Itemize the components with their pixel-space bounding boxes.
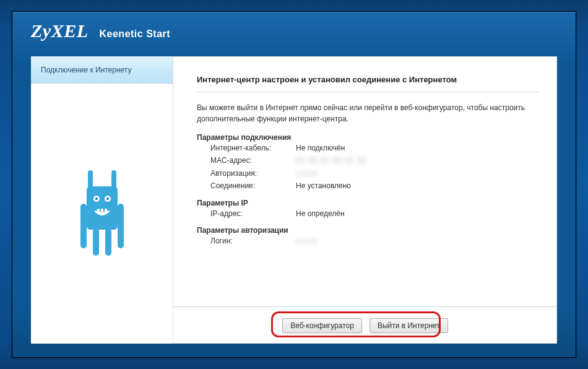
label-cable: Интернет-кабель:	[197, 142, 296, 154]
web-configurator-button[interactable]: Веб-конфигуратор	[282, 318, 362, 333]
svg-rect-9	[97, 209, 100, 212]
value-mac: 00 00 00 00 00 00	[296, 154, 366, 167]
value-cable: Не подключён	[296, 142, 345, 154]
svg-rect-1	[88, 170, 93, 189]
svg-rect-0	[87, 186, 118, 230]
model-name: Keenetic Start	[100, 28, 171, 40]
svg-rect-5	[93, 228, 99, 256]
svg-point-13	[106, 198, 108, 200]
row-auth: Авторизация: xxxxx	[197, 167, 538, 180]
divider	[197, 92, 538, 92]
mascot-icon	[76, 170, 129, 257]
value-auth: xxxxx	[296, 167, 318, 180]
sidebar: Подключение к Интернету	[31, 56, 173, 344]
main-card: Подключение к Интернету	[31, 56, 557, 344]
label-mac: MAC-адрес:	[197, 154, 296, 167]
label-auth: Авторизация:	[197, 167, 296, 180]
section-authz-title: Параметры авторизации	[197, 226, 538, 235]
content-area: Интернет-центр настроен и установил соед…	[173, 56, 557, 344]
row-conn: Соединение: Не установлено	[197, 180, 538, 192]
svg-rect-10	[101, 209, 103, 212]
label-conn: Соединение:	[197, 180, 296, 192]
value-conn: Не установлено	[296, 180, 351, 192]
row-login: Логин: xxxxx	[197, 235, 538, 247]
svg-rect-4	[118, 204, 124, 248]
tab-internet-connection[interactable]: Подключение к Интернету	[31, 56, 173, 84]
row-cable: Интернет-кабель: Не подключён	[197, 142, 538, 154]
row-ip: IP-адрес: Не определён	[197, 207, 538, 220]
header: ZyXEL Keenetic Start	[12, 12, 576, 49]
section-connection-title: Параметры подключения	[197, 133, 538, 142]
app-window: ZyXEL Keenetic Start Подключение к Интер…	[12, 11, 576, 358]
go-online-button[interactable]: Выйти в Интернет	[370, 318, 448, 333]
page-title: Интернет-центр настроен и установил соед…	[197, 75, 538, 84]
label-ip: IP-адрес:	[197, 207, 296, 220]
svg-rect-2	[111, 170, 116, 189]
svg-rect-6	[105, 228, 111, 256]
svg-rect-3	[80, 204, 87, 248]
value-login: xxxxx	[296, 235, 318, 247]
svg-point-12	[95, 198, 97, 200]
row-mac: MAC-адрес: 00 00 00 00 00 00	[197, 154, 538, 167]
brand-logo: ZyXEL	[31, 20, 89, 41]
mascot-container	[31, 84, 173, 344]
label-login: Логин:	[197, 235, 296, 247]
value-ip: Не определён	[296, 207, 345, 220]
svg-rect-11	[105, 209, 107, 212]
footer: Веб-конфигуратор Выйти в Интернет	[173, 306, 557, 344]
section-ip-title: Параметры IP	[197, 199, 538, 207]
intro-text: Вы можете выйти в Интернет прямо сейчас …	[197, 102, 538, 124]
